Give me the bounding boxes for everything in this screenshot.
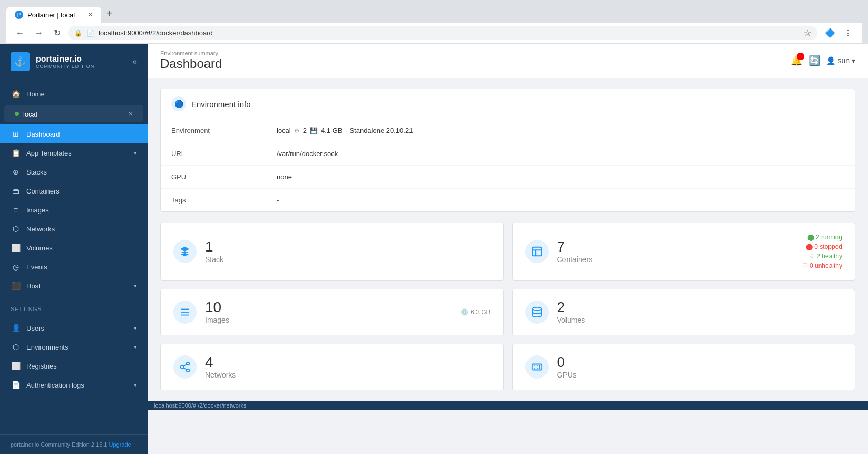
containers-label: Containers — [557, 255, 794, 264]
sidebar-item-host[interactable]: ⬛ Host ▾ — [0, 276, 148, 295]
images-size: 💿 6.3 GB — [461, 308, 490, 316]
back-button[interactable]: ← — [13, 26, 27, 40]
sidebar-item-environments[interactable]: ⬡ Environments ▾ — [0, 337, 148, 356]
images-card-info: 10 Images — [205, 300, 452, 324]
dashboard-cards-grid: 1 Stack 7 Containers ⬤ 2 running — [160, 223, 855, 390]
refresh-button[interactable]: ↻ — [51, 26, 64, 40]
images-label: Images — [205, 316, 452, 324]
environments-label: Environments — [26, 343, 129, 351]
containers-count: 7 — [557, 239, 794, 254]
containers-running: ⬤ 2 running — [807, 234, 842, 241]
main-header: Environment summary Dashboard 🔔 ! 🔄 👤 su… — [148, 44, 868, 78]
settings-nav: 👤 Users ▾ ⬡ Environments ▾ ⬜ Registries … — [0, 314, 148, 399]
registries-label: Registries — [26, 362, 137, 370]
sidebar-item-containers[interactable]: 🗃 Containers — [0, 181, 148, 200]
bookmark-icon[interactable]: ☆ — [804, 28, 811, 38]
networks-count: 4 — [205, 355, 491, 370]
env-info-icon: 🔵 — [171, 96, 186, 111]
svg-point-4 — [532, 307, 541, 311]
networks-card-info: 4 Networks — [205, 355, 491, 379]
cpu-count: 2 — [303, 127, 307, 134]
env-row-environment: Environment local ⚙ 2 💾 4.1 GB - Standal… — [161, 119, 855, 142]
users-icon: 👤 — [11, 324, 21, 332]
sidebar-item-auth-logs[interactable]: 📄 Authentication logs ▾ — [0, 375, 148, 394]
disk-icon: 💿 — [461, 308, 469, 316]
browser-chrome: P Portainer | local × + ← → ↻ 🔒 📄 ☆ 🔷 ⋮ — [0, 0, 868, 44]
refresh-env-button[interactable]: 🔄 — [808, 55, 820, 66]
images-meta: 💿 6.3 GB — [461, 308, 490, 316]
extensions-button[interactable]: 🔷 — [822, 26, 838, 40]
svg-line-9 — [183, 364, 187, 366]
address-bar[interactable]: 🔒 📄 ☆ — [68, 26, 817, 40]
sidebar-item-images[interactable]: ≡ Images — [0, 200, 148, 219]
lock-icon: 🔒 — [74, 30, 82, 37]
brand-edition: COMMUNITY EDITION — [36, 64, 94, 69]
sidebar-item-events[interactable]: ◷ Events — [0, 257, 148, 276]
sidebar-item-users[interactable]: 👤 Users ▾ — [0, 318, 148, 337]
env-info-table: Environment local ⚙ 2 💾 4.1 GB - Standal… — [161, 119, 855, 211]
gpus-count: 0 — [557, 355, 843, 370]
images-icon: ≡ — [11, 206, 21, 214]
stacks-card-info: 1 Stack — [205, 239, 491, 264]
env-row-tags: Tags - — [161, 189, 855, 212]
users-label: Users — [26, 324, 129, 332]
active-tab[interactable]: P Portainer | local × — [6, 7, 101, 23]
sidebar-item-registries[interactable]: ⬜ Registries — [0, 356, 148, 375]
sidebar-collapse-button[interactable]: « — [132, 57, 137, 66]
stacks-card-icon — [173, 240, 197, 263]
notifications-button[interactable]: 🔔 ! — [791, 55, 802, 66]
sidebar-item-home[interactable]: 🏠 Home — [0, 84, 148, 103]
env-info-card-header: 🔵 Environment info — [161, 89, 855, 119]
sidebar-item-app-templates[interactable]: 📋 App Templates ▾ — [0, 143, 148, 162]
tab-close-button[interactable]: × — [88, 10, 93, 20]
env-local-name: local — [277, 127, 291, 134]
new-tab-button[interactable]: + — [101, 4, 118, 23]
sidebar-item-networks[interactable]: ⬡ Networks — [0, 219, 148, 238]
sidebar-logo-text: portainer.io COMMUNITY EDITION — [36, 54, 94, 69]
user-menu-button[interactable]: 👤 sun ▾ — [826, 56, 855, 65]
upgrade-link[interactable]: Upgrade — [109, 441, 131, 448]
user-name: sun — [837, 56, 850, 65]
gpus-card[interactable]: 0 GPUs — [512, 344, 856, 390]
sidebar-item-dashboard[interactable]: ⊞ Dashboard — [0, 124, 148, 143]
header-left: Environment summary Dashboard — [160, 50, 222, 71]
stacks-card[interactable]: 1 Stack — [160, 223, 504, 281]
notification-badge: ! — [797, 53, 804, 60]
env-label-url: URL — [161, 142, 266, 166]
url-input[interactable] — [99, 29, 799, 37]
breadcrumb: Environment summary — [160, 50, 222, 56]
networks-card[interactable]: 4 Networks — [160, 344, 504, 390]
forward-button[interactable]: → — [32, 26, 46, 40]
sidebar-item-stacks[interactable]: ⊕ Stacks — [0, 162, 148, 181]
containers-unhealthy: ♡ 0 unhealthy — [802, 262, 842, 269]
volumes-count: 2 — [557, 300, 843, 315]
page-title: Dashboard — [160, 56, 222, 71]
volumes-card[interactable]: 2 Volumes — [512, 289, 856, 335]
images-card[interactable]: 10 Images 💿 6.3 GB — [160, 289, 504, 335]
main-body: 🔵 Environment info Environment local ⚙ 2… — [148, 78, 868, 401]
volumes-label: Volumes — [26, 244, 137, 252]
svg-line-8 — [183, 368, 187, 370]
networks-icon: ⬡ — [11, 225, 21, 233]
user-icon: 👤 — [826, 56, 835, 65]
env-value-gpu: none — [266, 166, 855, 189]
networks-card-icon — [173, 355, 197, 379]
containers-healthy: ♡ 2 healthy — [809, 253, 842, 260]
browser-tabs: P Portainer | local × + — [6, 4, 862, 23]
gpus-card-info: 0 GPUs — [557, 355, 843, 379]
svg-rect-10 — [532, 364, 541, 370]
portainer-logo-icon: ⚓ — [11, 52, 30, 71]
sidebar-logo: ⚓ portainer.io COMMUNITY EDITION « — [0, 44, 148, 80]
gpus-card-icon — [525, 355, 549, 379]
sidebar-item-volumes[interactable]: ⬜ Volumes — [0, 238, 148, 257]
app-templates-label: App Templates — [26, 149, 129, 157]
stacks-count: 1 — [205, 239, 491, 254]
header-actions: 🔔 ! 🔄 👤 sun ▾ — [791, 55, 855, 66]
containers-card[interactable]: 7 Containers ⬤ 2 running ⬤ 0 stopped ♡ 2… — [512, 223, 856, 281]
env-close-button[interactable]: × — [129, 110, 133, 118]
volumes-card-info: 2 Volumes — [557, 300, 843, 324]
volumes-label: Volumes — [557, 316, 843, 324]
volumes-card-icon — [525, 301, 549, 324]
tab-title: Portainer | local — [27, 11, 75, 19]
menu-button[interactable]: ⋮ — [841, 26, 855, 40]
